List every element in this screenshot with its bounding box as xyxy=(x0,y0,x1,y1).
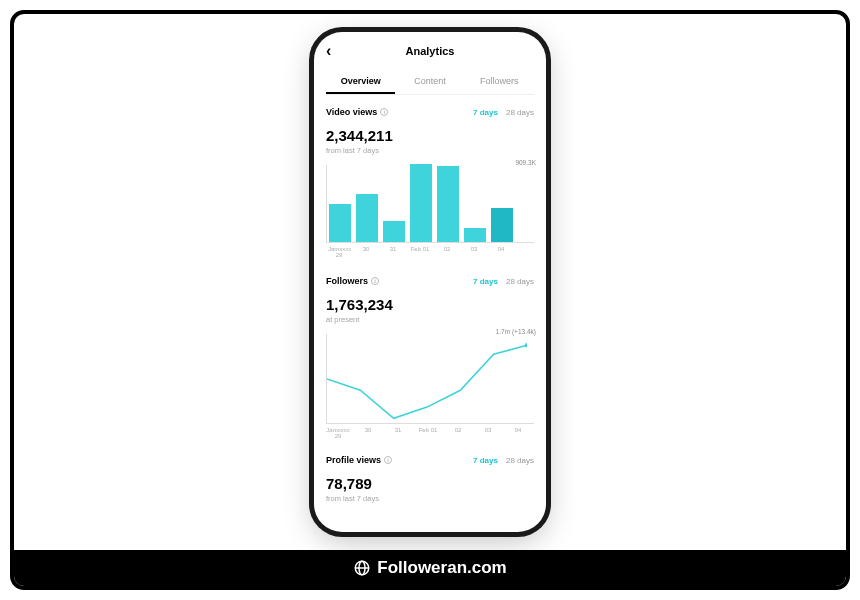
bar xyxy=(410,164,432,242)
globe-icon xyxy=(353,559,371,577)
video-views-label: Video views xyxy=(326,107,377,117)
range-28days[interactable]: 28 days xyxy=(506,277,534,286)
followers-annotation: 1.7m (+13.4k) xyxy=(496,328,536,335)
video-views-chart: 909.3K Jamxxxx 293031Feb 01020304 xyxy=(326,165,534,258)
range-28days[interactable]: 28 days xyxy=(506,456,534,465)
range-7days[interactable]: 7 days xyxy=(473,456,498,465)
tab-overview[interactable]: Overview xyxy=(326,70,395,94)
bar xyxy=(383,221,405,242)
x-tick: 02 xyxy=(446,427,470,439)
followers-chart: 1.7m (+13.4k) xyxy=(326,334,534,424)
bar xyxy=(464,228,486,242)
peak-label: 909.3K xyxy=(515,159,536,166)
followers-section: Followers i 7 days 28 days 1,763,234 at … xyxy=(326,276,534,439)
tabs: Overview Content Followers xyxy=(326,70,534,95)
followers-subtitle: at present xyxy=(326,315,534,324)
x-tick: 31 xyxy=(382,246,404,258)
page-title: Analytics xyxy=(326,45,534,57)
x-tick: 30 xyxy=(356,427,380,439)
profile-views-value: 78,789 xyxy=(326,475,534,492)
bar xyxy=(356,194,378,242)
followers-label: Followers xyxy=(326,276,368,286)
brand-text: Followeran.com xyxy=(377,558,506,578)
tab-content[interactable]: Content xyxy=(395,70,464,94)
x-tick: 03 xyxy=(476,427,500,439)
x-tick: Jamxxxx 29 xyxy=(326,427,350,439)
brand-footer: Followeran.com xyxy=(14,550,846,586)
x-tick: 04 xyxy=(490,246,512,258)
profile-views-section: Profile views i 7 days 28 days 78,789 fr… xyxy=(326,455,534,503)
info-icon[interactable]: i xyxy=(380,108,388,116)
x-tick: 03 xyxy=(463,246,485,258)
range-28days[interactable]: 28 days xyxy=(506,108,534,117)
info-icon[interactable]: i xyxy=(371,277,379,285)
x-tick: Jamxxxx 29 xyxy=(328,246,350,258)
x-tick: Feb 01 xyxy=(416,427,440,439)
profile-views-label: Profile views xyxy=(326,455,381,465)
followers-value: 1,763,234 xyxy=(326,296,534,313)
profile-views-subtitle: from last 7 days xyxy=(326,494,534,503)
bar xyxy=(437,166,459,242)
video-views-subtitle: from last 7 days xyxy=(326,146,534,155)
video-views-value: 2,344,211 xyxy=(326,127,534,144)
info-icon[interactable]: i xyxy=(384,456,392,464)
phone-mockup: ‹ Analytics Overview Content Followers V… xyxy=(314,32,546,532)
range-7days[interactable]: 7 days xyxy=(473,277,498,286)
x-tick: 30 xyxy=(355,246,377,258)
svg-point-0 xyxy=(525,343,527,347)
x-tick: Feb 01 xyxy=(409,246,431,258)
x-tick: 31 xyxy=(386,427,410,439)
video-views-section: Video views i 7 days 28 days 2,344,211 f… xyxy=(326,107,534,258)
tab-followers[interactable]: Followers xyxy=(465,70,534,94)
range-7days[interactable]: 7 days xyxy=(473,108,498,117)
bar xyxy=(329,204,351,242)
bar xyxy=(491,208,513,242)
x-tick: 04 xyxy=(506,427,530,439)
app-header: ‹ Analytics xyxy=(326,42,534,60)
x-tick: 02 xyxy=(436,246,458,258)
